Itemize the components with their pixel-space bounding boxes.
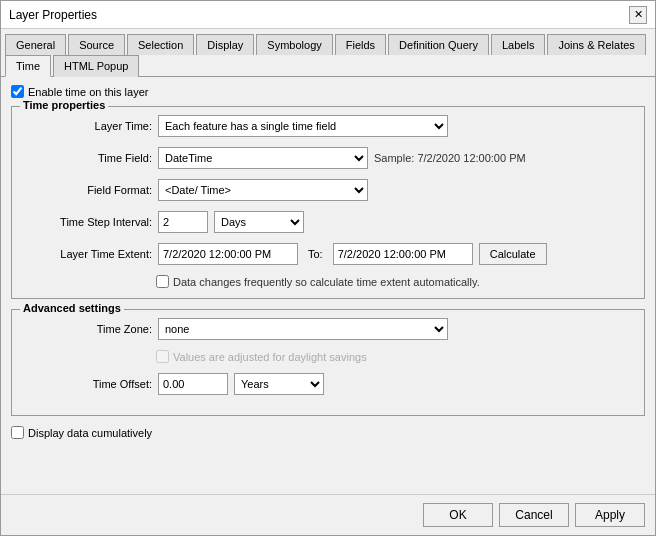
- time-zone-select[interactable]: none: [158, 318, 448, 340]
- time-offset-row: Time Offset: Years Months Days Hours: [22, 373, 634, 395]
- close-button[interactable]: ✕: [629, 6, 647, 24]
- layer-time-label: Layer Time:: [22, 120, 152, 132]
- advanced-settings-label: Advanced settings: [20, 302, 124, 314]
- tab-general[interactable]: General: [5, 34, 66, 55]
- display-cumulatively-label: Display data cumulatively: [28, 427, 152, 439]
- ok-button[interactable]: OK: [423, 503, 493, 527]
- layer-time-extent-label: Layer Time Extent:: [22, 248, 152, 260]
- tab-symbology[interactable]: Symbology: [256, 34, 332, 55]
- title-bar: Layer Properties ✕: [1, 1, 655, 29]
- data-changes-label: Data changes frequently so calculate tim…: [173, 276, 480, 288]
- window-title: Layer Properties: [9, 8, 97, 22]
- extent-from-input[interactable]: [158, 243, 298, 265]
- data-changes-row: Data changes frequently so calculate tim…: [22, 275, 634, 288]
- tab-fields[interactable]: Fields: [335, 34, 386, 55]
- apply-button[interactable]: Apply: [575, 503, 645, 527]
- time-zone-row: Time Zone: none: [22, 318, 634, 340]
- time-field-label: Time Field:: [22, 152, 152, 164]
- layer-properties-window: Layer Properties ✕ General Source Select…: [0, 0, 656, 536]
- time-field-select[interactable]: DateTime: [158, 147, 368, 169]
- tab-joins-relates[interactable]: Joins & Relates: [547, 34, 645, 55]
- layer-time-row: Layer Time: Each feature has a single ti…: [22, 115, 634, 137]
- time-zone-label: Time Zone:: [22, 323, 152, 335]
- enable-time-checkbox[interactable]: [11, 85, 24, 98]
- calculate-button[interactable]: Calculate: [479, 243, 547, 265]
- time-offset-input[interactable]: [158, 373, 228, 395]
- tabs-bar: General Source Selection Display Symbolo…: [1, 29, 655, 77]
- advanced-settings-group: Advanced settings Time Zone: none Values…: [11, 309, 645, 416]
- tab-html-popup[interactable]: HTML Popup: [53, 55, 139, 77]
- time-properties-label: Time properties: [20, 99, 108, 111]
- data-changes-checkbox[interactable]: [156, 275, 169, 288]
- sample-text: Sample: 7/2/2020 12:00:00 PM: [374, 152, 526, 164]
- tab-selection[interactable]: Selection: [127, 34, 194, 55]
- enable-time-label: Enable time on this layer: [28, 86, 148, 98]
- time-step-unit-select[interactable]: Days Hours Minutes Seconds Years Months …: [214, 211, 304, 233]
- footer: OK Cancel Apply: [1, 494, 655, 535]
- extent-to-input[interactable]: [333, 243, 473, 265]
- field-format-select[interactable]: <Date/ Time>: [158, 179, 368, 201]
- tab-content: Enable time on this layer Time propertie…: [1, 77, 655, 494]
- daylight-savings-label: Values are adjusted for daylight savings: [173, 351, 367, 363]
- daylight-savings-row: Values are adjusted for daylight savings: [22, 350, 634, 363]
- time-step-label: Time Step Interval:: [22, 216, 152, 228]
- time-offset-unit-select[interactable]: Years Months Days Hours: [234, 373, 324, 395]
- tab-source[interactable]: Source: [68, 34, 125, 55]
- field-format-label: Field Format:: [22, 184, 152, 196]
- enable-time-row: Enable time on this layer: [11, 85, 645, 98]
- time-step-input[interactable]: [158, 211, 208, 233]
- display-cumulatively-row: Display data cumulatively: [11, 426, 645, 439]
- to-label: To:: [308, 248, 323, 260]
- daylight-savings-checkbox[interactable]: [156, 350, 169, 363]
- cancel-button[interactable]: Cancel: [499, 503, 569, 527]
- field-format-row: Field Format: <Date/ Time>: [22, 179, 634, 201]
- tab-display[interactable]: Display: [196, 34, 254, 55]
- tab-labels[interactable]: Labels: [491, 34, 545, 55]
- display-cumulatively-checkbox[interactable]: [11, 426, 24, 439]
- time-offset-label: Time Offset:: [22, 378, 152, 390]
- tab-definition-query[interactable]: Definition Query: [388, 34, 489, 55]
- tab-time[interactable]: Time: [5, 55, 51, 77]
- layer-time-select[interactable]: Each feature has a single time field: [158, 115, 448, 137]
- time-properties-group: Time properties Layer Time: Each feature…: [11, 106, 645, 299]
- time-field-row: Time Field: DateTime Sample: 7/2/2020 12…: [22, 147, 634, 169]
- time-step-row: Time Step Interval: Days Hours Minutes S…: [22, 211, 634, 233]
- layer-time-extent-row: Layer Time Extent: To: Calculate: [22, 243, 634, 265]
